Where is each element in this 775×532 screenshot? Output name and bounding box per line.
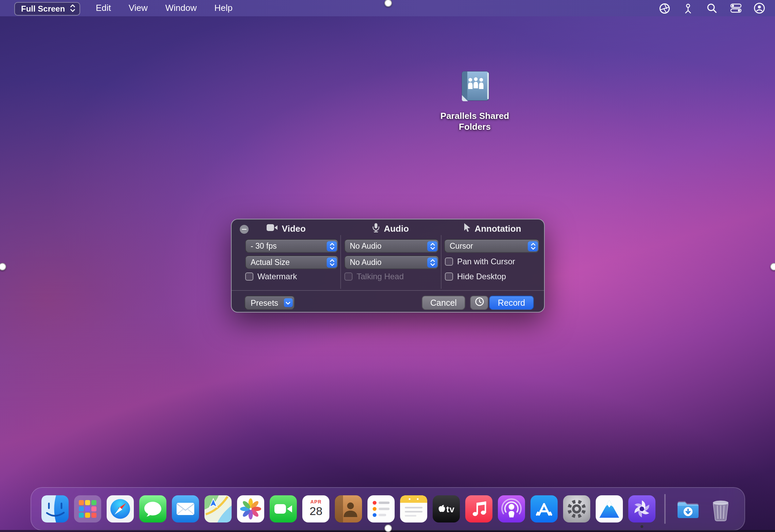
watermark-checkbox[interactable]: Watermark bbox=[245, 272, 297, 281]
talking-head-checkbox: Talking Head bbox=[344, 272, 404, 281]
video-section-title: Video bbox=[282, 224, 306, 234]
record-button[interactable]: Record bbox=[489, 296, 534, 310]
timer-button[interactable] bbox=[470, 296, 488, 310]
trash-dock-icon[interactable] bbox=[707, 495, 734, 522]
calendar-month-label: APR bbox=[310, 499, 322, 504]
dock-divider bbox=[665, 494, 666, 524]
resize-handle-left[interactable] bbox=[0, 263, 6, 270]
menu-window[interactable]: Window bbox=[157, 0, 206, 16]
dock: APR 28 tv bbox=[31, 487, 745, 531]
apple-tv-dock-icon[interactable]: tv bbox=[433, 495, 460, 522]
downloads-folder-dock-icon[interactable] bbox=[674, 495, 702, 522]
resize-handle-right[interactable] bbox=[770, 263, 775, 270]
screen-recorder-dock-icon[interactable] bbox=[629, 495, 656, 522]
desktop-icon-label: Parallels Shared Folders bbox=[433, 111, 516, 132]
record-label: Record bbox=[498, 298, 525, 307]
menu-help[interactable]: Help bbox=[205, 0, 241, 16]
chevron-up-down-icon bbox=[327, 241, 337, 251]
blue-triangle-app-icon[interactable] bbox=[596, 495, 623, 522]
checkbox-box[interactable] bbox=[245, 272, 253, 281]
audio-input-1-popup[interactable]: No Audio bbox=[344, 239, 439, 253]
size-popup[interactable]: Actual Size bbox=[245, 255, 338, 269]
safari-dock-icon[interactable] bbox=[107, 495, 134, 522]
notes-dock-icon[interactable] bbox=[400, 495, 428, 522]
hide-desktop-label: Hide Desktop bbox=[457, 272, 506, 281]
audio-input-2-value: No Audio bbox=[350, 258, 381, 266]
pan-with-cursor-checkbox[interactable]: Pan with Cursor bbox=[445, 257, 515, 266]
column-divider bbox=[441, 235, 441, 289]
chevron-up-down-icon bbox=[427, 257, 437, 267]
annotation-section-title: Annotation bbox=[474, 224, 521, 234]
contacts-dock-icon[interactable] bbox=[335, 495, 362, 522]
chevron-up-down-icon bbox=[427, 241, 437, 251]
fps-popup[interactable]: - 30 fps bbox=[245, 239, 338, 253]
checkbox-box bbox=[344, 272, 353, 281]
cursor-arrow-icon bbox=[464, 223, 470, 234]
music-dock-icon[interactable] bbox=[466, 495, 493, 522]
microphone-icon bbox=[372, 223, 380, 234]
video-camera-icon bbox=[266, 224, 278, 234]
fps-value: - 30 fps bbox=[251, 242, 277, 250]
system-settings-dock-icon[interactable] bbox=[563, 495, 591, 522]
annotation-section-header: Annotation bbox=[441, 223, 544, 234]
mail-dock-icon[interactable] bbox=[172, 495, 199, 522]
menu-edit[interactable]: Edit bbox=[87, 0, 120, 16]
capture-device-icon[interactable] bbox=[682, 2, 694, 14]
audio-input-1-value: No Audio bbox=[350, 242, 381, 250]
search-icon[interactable] bbox=[706, 2, 718, 14]
calendar-dock-icon[interactable]: APR 28 bbox=[303, 495, 330, 522]
parallels-shared-folders-desktop-icon[interactable]: Parallels Shared Folders bbox=[424, 70, 526, 132]
facetime-dock-icon[interactable] bbox=[270, 495, 297, 522]
audio-section-header: Audio bbox=[340, 223, 441, 234]
podcasts-dock-icon[interactable] bbox=[498, 495, 525, 522]
apple-tv-label: tv bbox=[446, 504, 455, 514]
reminders-dock-icon[interactable] bbox=[368, 495, 395, 522]
pointer-value: Cursor bbox=[450, 242, 473, 250]
footer-divider bbox=[232, 290, 544, 291]
size-value: Actual Size bbox=[251, 258, 290, 266]
checkbox-box[interactable] bbox=[445, 272, 453, 281]
capture-target-label: Full Screen bbox=[21, 4, 65, 14]
account-icon[interactable] bbox=[753, 2, 765, 14]
hide-desktop-checkbox[interactable]: Hide Desktop bbox=[445, 272, 506, 281]
running-indicator-dot bbox=[641, 525, 644, 528]
messages-dock-icon[interactable] bbox=[140, 495, 167, 522]
checkbox-box[interactable] bbox=[445, 258, 453, 266]
recording-config-panel: Video Audio Annotation - 30 fps No Audio… bbox=[231, 219, 545, 313]
pointer-popup[interactable]: Cursor bbox=[444, 239, 539, 253]
column-divider bbox=[340, 235, 341, 289]
launchpad-dock-icon[interactable] bbox=[74, 495, 102, 522]
chevron-down-icon bbox=[284, 298, 292, 307]
status-menu-area bbox=[658, 0, 765, 16]
desktop-screen: Full Screen Edit View Window Help bbox=[0, 0, 775, 532]
watermark-label: Watermark bbox=[257, 272, 297, 281]
clock-icon bbox=[474, 297, 484, 308]
chevron-up-down-icon bbox=[528, 241, 538, 251]
talking-head-label: Talking Head bbox=[357, 272, 404, 281]
resize-handle-bottom[interactable] bbox=[384, 525, 392, 532]
audio-input-2-popup[interactable]: No Audio bbox=[344, 255, 439, 269]
photos-dock-icon[interactable] bbox=[237, 495, 265, 522]
control-center-icon[interactable] bbox=[729, 2, 742, 14]
capture-target-popup[interactable]: Full Screen bbox=[14, 2, 80, 16]
cancel-label: Cancel bbox=[430, 298, 457, 307]
menu-view[interactable]: View bbox=[120, 0, 157, 16]
presets-label: Presets bbox=[251, 298, 278, 307]
app-store-dock-icon[interactable] bbox=[531, 495, 558, 522]
presets-button[interactable]: Presets bbox=[245, 296, 295, 310]
cancel-button[interactable]: Cancel bbox=[422, 296, 465, 310]
chevron-up-down-icon bbox=[70, 4, 75, 14]
apple-logo-icon bbox=[438, 503, 446, 515]
shared-folders-book-icon bbox=[457, 94, 492, 106]
pan-with-cursor-label: Pan with Cursor bbox=[457, 257, 515, 266]
audio-section-title: Audio bbox=[384, 224, 409, 234]
video-section-header: Video bbox=[232, 223, 340, 234]
finder-dock-icon[interactable] bbox=[42, 495, 69, 522]
maps-dock-icon[interactable] bbox=[205, 495, 232, 522]
aperture-icon[interactable] bbox=[658, 2, 670, 14]
menu-list: Edit View Window Help bbox=[87, 0, 241, 16]
chevron-up-down-icon bbox=[327, 257, 337, 267]
calendar-day-label: 28 bbox=[310, 505, 323, 518]
